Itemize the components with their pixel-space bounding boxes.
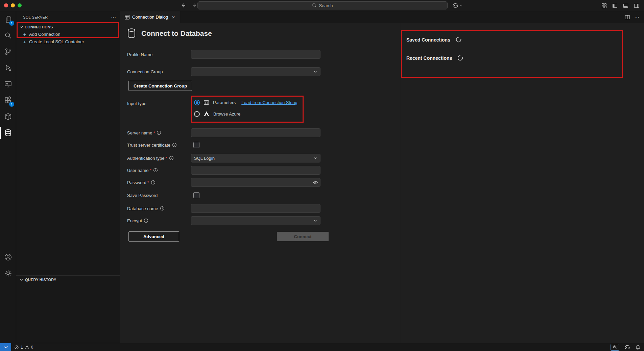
extensions-badge: 1 [9,102,14,107]
close-icon[interactable]: × [170,14,176,20]
connection-group-label: Connection Group [127,69,191,74]
info-icon [160,206,165,211]
info-icon [172,143,177,147]
add-icon: + [22,39,27,44]
parameters-radio[interactable] [194,100,200,105]
activity-search[interactable] [0,27,16,44]
recent-connections-title: Recent Connections [406,55,452,61]
server-name-label: Server name* [127,130,191,135]
connection-dialog-icon [124,15,130,20]
authentication-type-select[interactable]: SQL Login [191,154,320,162]
activity-run-debug[interactable] [0,60,16,76]
maximize-window-button[interactable] [18,3,22,7]
save-password-label: Save Password [127,193,191,198]
bell-icon[interactable] [635,345,641,350]
parameters-table-icon [204,100,209,105]
password-input[interactable] [191,178,320,187]
sidebar-title: SQL SERVER [23,15,111,19]
command-center-search[interactable]: Search [197,1,448,9]
browse-azure-radio[interactable] [194,111,200,117]
activity-explorer[interactable]: 1 [0,11,16,27]
password-label: Password* [127,180,191,185]
refresh-icon[interactable] [456,37,461,43]
toggle-primary-sidebar-icon[interactable] [611,2,619,10]
encrypt-label: Encrypt [127,218,191,223]
minimize-window-button[interactable] [11,3,15,7]
toggle-secondary-sidebar-icon[interactable] [633,2,641,10]
tab-bar: Connection Dialog × ⋯ [120,11,644,23]
database-name-input[interactable] [191,204,320,213]
connection-dialog-content: Connect to Database Profile Name Connect… [120,23,644,343]
zoom-icon [613,345,617,350]
connections-section-header[interactable]: CONNECTIONS [16,23,120,31]
back-icon[interactable] [179,1,187,9]
tab-connection-dialog[interactable]: Connection Dialog × [120,11,180,23]
database-name-label: Database name [127,206,191,211]
activity-remote-explorer[interactable] [0,76,16,92]
error-count: 1 [21,345,23,350]
connection-group-select[interactable] [191,67,320,76]
activity-accounts[interactable] [0,249,16,265]
save-password-checkbox[interactable] [193,192,199,198]
sidebar-item-create-local-sql-container[interactable]: + Create Local SQL Container [16,38,120,45]
connections-section-label: CONNECTIONS [25,25,53,29]
status-bar: >< 1 0 [0,343,644,351]
zoom-status-item[interactable] [611,344,619,351]
saved-connections-title: Saved Connections [406,37,450,43]
add-icon: + [22,32,27,37]
info-icon [151,180,156,185]
warning-count: 0 [31,345,33,350]
create-connection-group-button[interactable]: Create Connection Group [128,81,192,91]
authentication-type-label: Authentication type* [127,156,191,161]
account-icon [4,253,12,261]
activity-sql-server[interactable] [0,125,16,141]
advanced-button[interactable]: Advanced [128,231,179,242]
toggle-panel-icon[interactable] [622,2,630,10]
sidebar-item-add-connection[interactable]: + Add Connection [16,30,120,38]
refresh-icon[interactable] [457,55,463,61]
error-icon [14,345,19,350]
trust-server-certificate-label: Trust server certificate [127,143,191,148]
activity-extensions[interactable]: 1 [0,92,16,108]
chevron-down-icon [313,156,317,160]
database-icon [126,28,137,39]
connect-button[interactable]: Connect [277,232,329,241]
chevron-down-icon [19,277,24,282]
activity-containers[interactable] [0,108,16,125]
database-icon [4,129,12,137]
copilot-menu[interactable] [452,2,463,10]
activity-settings[interactable] [0,265,16,281]
close-window-button[interactable] [4,3,8,7]
page-title: Connect to Database [141,29,212,37]
chevron-down-icon [313,70,317,74]
explorer-badge: 1 [9,21,14,26]
info-icon [153,168,158,173]
customize-layout-icon[interactable] [600,2,608,10]
server-name-input[interactable] [191,128,320,137]
source-control-icon [4,48,12,56]
more-actions-icon[interactable]: ⋯ [111,15,116,20]
tab-label: Connection Dialog [132,15,168,20]
trust-server-certificate-checkbox[interactable] [193,142,199,148]
copilot-icon [452,3,458,9]
activity-source-control[interactable] [0,44,16,60]
problems-status[interactable]: 1 0 [14,345,33,350]
azure-icon [204,111,210,117]
chevron-down-icon [459,4,463,7]
window-controls [4,3,22,7]
remote-indicator[interactable]: >< [0,343,11,351]
user-name-label: User name* [127,168,191,173]
user-name-input[interactable] [191,166,320,175]
load-connection-string-link[interactable]: Load from Connection String [241,100,297,105]
query-history-section-header[interactable]: QUERY HISTORY [16,275,120,283]
profile-name-input[interactable] [191,50,320,59]
more-actions-icon[interactable]: ⋯ [634,15,639,20]
copilot-icon[interactable] [624,345,630,350]
sidebar-item-label: Add Connection [29,32,61,37]
encrypt-select[interactable] [191,216,320,225]
sql-server-sidebar: SQL SERVER ⋯ CONNECTIONS + Add Connectio… [16,11,120,343]
gear-icon [4,269,12,277]
sidebar-item-label: Create Local SQL Container [29,39,84,44]
split-editor-icon[interactable] [625,15,630,20]
eye-off-icon[interactable] [313,180,318,185]
